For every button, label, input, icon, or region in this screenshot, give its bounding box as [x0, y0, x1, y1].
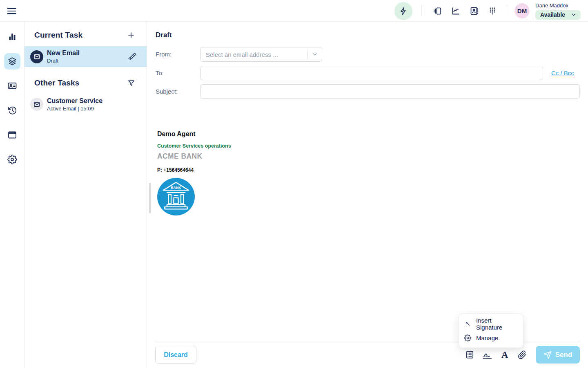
- contact-card-icon: [7, 81, 17, 91]
- panels-icon: [432, 6, 442, 16]
- task-item-customer-service[interactable]: Customer Service Active Email | 15:09: [24, 95, 147, 114]
- topbar-divider: [421, 5, 422, 17]
- filter-funnel-icon: [127, 79, 136, 88]
- insert-signature-label: Insert Signature: [476, 317, 517, 331]
- layers-icon: [7, 56, 17, 66]
- edit-draft-button[interactable]: [127, 52, 137, 62]
- topbar-right-cluster: DM Dane Maddox Available: [394, 0, 581, 22]
- top-bar: DM Dane Maddox Available: [0, 0, 588, 22]
- discard-button[interactable]: Discard: [155, 346, 196, 364]
- gear-icon: [7, 155, 17, 164]
- font-icon: A: [501, 350, 508, 359]
- analytics-button[interactable]: [451, 6, 461, 16]
- task-avatar: [30, 98, 43, 111]
- rail-tasks-button[interactable]: [4, 53, 20, 70]
- bar-chart-icon: [7, 32, 17, 42]
- browser-window-icon: [7, 130, 17, 140]
- user-block: Dane Maddox Available: [535, 2, 581, 20]
- queues-panel-button[interactable]: [432, 6, 442, 16]
- compose-area: Draft From: Select an email address ... …: [147, 22, 588, 368]
- paper-plane-icon: [543, 351, 552, 359]
- signature-company: ACME BANK: [157, 152, 231, 161]
- task-title: Customer Service: [47, 97, 102, 105]
- contact-book-icon: [469, 6, 479, 16]
- rail-contacts-button[interactable]: [4, 78, 20, 94]
- filter-tasks-button[interactable]: [126, 78, 136, 88]
- topbar-divider: [507, 5, 507, 17]
- from-select-value: Select an email address ...: [206, 51, 278, 58]
- templates-button[interactable]: [464, 349, 475, 361]
- rail-stats-button[interactable]: [4, 29, 20, 45]
- paperclip-icon: [518, 350, 527, 359]
- task-avatar: [30, 50, 43, 63]
- other-tasks-header: Other Tasks: [24, 77, 147, 89]
- body-scrollbar[interactable]: [149, 183, 151, 213]
- left-icon-rail: [0, 22, 24, 368]
- signature-icon: [482, 350, 493, 360]
- to-input[interactable]: [200, 66, 543, 80]
- attach-file-button[interactable]: [517, 349, 528, 361]
- arrow-up-left-icon: [464, 320, 471, 327]
- task-title: New Email: [47, 49, 80, 57]
- user-name: Dane Maddox: [535, 2, 568, 9]
- quick-actions-button[interactable]: [394, 2, 412, 20]
- user-avatar[interactable]: DM: [514, 3, 530, 18]
- signature-menu-popup: Insert Signature Manage: [459, 314, 523, 348]
- bank-logo-text: BANK: [171, 186, 181, 190]
- cc-bcc-link[interactable]: Cc / Bcc: [551, 66, 574, 80]
- history-icon: [7, 105, 17, 115]
- other-tasks-title: Other Tasks: [34, 79, 80, 88]
- dialpad-button[interactable]: [488, 6, 497, 16]
- gear-icon: [464, 334, 471, 341]
- availability-status: Available: [540, 11, 565, 18]
- envelope-icon: [33, 53, 40, 60]
- signature-button[interactable]: [482, 349, 492, 361]
- lightning-icon: [399, 7, 408, 16]
- signature-department: Customer Services operations: [157, 143, 231, 149]
- chevron-down-icon: [571, 12, 577, 18]
- rail-settings-button[interactable]: [4, 151, 20, 168]
- dialpad-icon: [488, 6, 497, 16]
- envelope-icon: [33, 101, 40, 108]
- plus-icon: [127, 31, 136, 40]
- task-subtitle: Draft: [47, 58, 80, 64]
- current-task-header: Current Task: [24, 29, 147, 41]
- availability-dropdown[interactable]: Available: [535, 10, 581, 20]
- contacts-directory-button[interactable]: [469, 6, 479, 16]
- font-format-button[interactable]: A: [499, 349, 510, 361]
- rail-history-button[interactable]: [4, 102, 20, 119]
- task-subtitle: Active Email | 15:09: [47, 105, 102, 112]
- signature-phone: P: +1564564644: [157, 167, 231, 173]
- email-signature: Demo Agent Customer Services operations …: [157, 130, 231, 215]
- send-label: Send: [555, 351, 572, 359]
- manage-label: Manage: [476, 334, 498, 341]
- select-divider: [307, 50, 308, 58]
- template-list-icon: [465, 350, 474, 359]
- app-window: DM Dane Maddox Available: [0, 0, 588, 368]
- subject-input[interactable]: [200, 84, 580, 99]
- task-texts: New Email Draft: [47, 49, 80, 64]
- line-chart-icon: [451, 6, 461, 16]
- hamburger-menu-button[interactable]: [7, 5, 19, 17]
- chevron-down-icon: [312, 51, 318, 58]
- bank-logo: BANK: [157, 178, 195, 215]
- insert-signature-menu-item[interactable]: Insert Signature: [459, 316, 523, 331]
- editor-toolbar: A: [464, 346, 528, 364]
- pen-edit-icon: [127, 52, 137, 61]
- send-button[interactable]: Send: [536, 346, 580, 364]
- task-texts: Customer Service Active Email | 15:09: [47, 97, 102, 112]
- subject-label: Subject:: [156, 84, 200, 99]
- manage-signatures-menu-item[interactable]: Manage: [459, 331, 523, 345]
- add-task-button[interactable]: [126, 30, 136, 40]
- draft-title: Draft: [156, 31, 172, 39]
- rail-browser-button[interactable]: [4, 127, 20, 143]
- task-panel: Current Task New Email Draft Other Tasks: [24, 22, 147, 368]
- to-label: To:: [156, 66, 200, 80]
- task-item-new-email[interactable]: New Email Draft: [24, 46, 147, 67]
- from-address-select[interactable]: Select an email address ...: [200, 47, 322, 62]
- current-task-title: Current Task: [34, 31, 82, 40]
- signature-name: Demo Agent: [157, 130, 231, 138]
- bank-building-icon: BANK: [157, 178, 195, 215]
- from-label: From:: [156, 47, 200, 62]
